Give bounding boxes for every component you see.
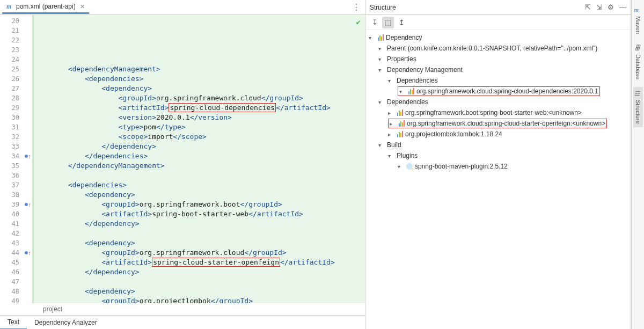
tree-label: org.springframework.cloud:spring-cloud-s…: [406, 120, 605, 127]
autoscroll-source-icon[interactable]: ↧: [369, 17, 380, 28]
rail-database[interactable]: 🗄Database: [633, 41, 643, 83]
chevron-down-icon[interactable]: ▾: [378, 142, 386, 148]
tree-label: Properties: [386, 55, 416, 63]
chevron-down-icon[interactable]: ▾: [378, 99, 386, 105]
collapse-all-icon[interactable]: ⇲: [596, 3, 602, 11]
tree-item-dep-mgmt[interactable]: ▾ Dependency Management: [365, 64, 631, 75]
chevron-down-icon[interactable]: ▾: [378, 67, 386, 73]
editor-body: 2021222324252627282930313233343536373839…: [0, 15, 365, 303]
close-icon[interactable]: ✕: [80, 3, 85, 10]
chevron-down-icon[interactable]: ▾: [388, 153, 396, 159]
breadcrumb-bar[interactable]: project: [0, 303, 365, 315]
tree-item-dep-web[interactable]: ▸ org.springframework.boot:spring-boot-s…: [365, 107, 631, 118]
tree-label: org.springframework.cloud:spring-cloud-d…: [415, 87, 598, 95]
autoscroll-from-source-icon[interactable]: ⬚: [382, 17, 394, 28]
tree-item-dep-mgmt-deps[interactable]: ▾ Dependencies: [365, 75, 631, 86]
more-tabs-icon[interactable]: ⋮: [352, 2, 361, 12]
bars-icon: [407, 88, 415, 94]
tree-item-dep-lombok[interactable]: ▸ org.projectlombok:lombok:1.18.24: [365, 129, 631, 140]
rail-structure[interactable]: ☲Structure: [633, 87, 643, 127]
gutter-change-marks: ↑↑↑: [24, 15, 32, 303]
chevron-down-icon[interactable]: ▾: [369, 35, 376, 41]
tab-label: pom.xml (parent-api): [16, 3, 76, 10]
bars-icon: [396, 131, 404, 137]
tree-label: Parent (com.knife:com.knife:0.0.1-SNAPSH…: [386, 45, 597, 52]
tree-label: Build: [386, 141, 401, 149]
structure-header-icons: ⇱ ⇲ ⚙ —: [585, 3, 626, 11]
code-area[interactable]: ✔ <dependencyManagement> <dependencies> …: [32, 15, 365, 303]
sort-icon[interactable]: ↥: [396, 17, 407, 28]
tree-item-parent[interactable]: ▾ Parent (com.knife:com.knife:0.0.1-SNAP…: [365, 43, 631, 54]
tree-item-dep-openfeign[interactable]: ▸ org.springframework.cloud:spring-cloud…: [365, 118, 631, 129]
tree-label: Dependencies: [386, 98, 428, 106]
chevron-down-icon[interactable]: ▾: [399, 89, 407, 94]
settings-icon[interactable]: ⚙: [608, 3, 614, 11]
tree-item-plugins[interactable]: ▾ Plugins: [365, 150, 631, 161]
tab-dependency-analyzer[interactable]: Dependency Analyzer: [27, 316, 105, 329]
bars-icon: [397, 120, 406, 127]
editor-bottom-tabs: Text Dependency Analyzer: [0, 315, 365, 329]
tab-text[interactable]: Text: [0, 316, 27, 330]
plugin-icon: [405, 163, 414, 170]
editor-pane: m pom.xml (parent-api) ✕ ⋮ 2021222324252…: [0, 0, 365, 329]
tree-item-dependencies[interactable]: ▾ Dependencies: [365, 97, 631, 107]
structure-title: Structure: [370, 4, 396, 11]
chevron-right-icon[interactable]: ▸: [390, 121, 397, 127]
tree-label: Dependency: [385, 34, 422, 41]
editor-tab-bar: m pom.xml (parent-api) ✕ ⋮: [0, 0, 365, 15]
maven-file-icon: m: [6, 3, 14, 10]
chevron-down-icon[interactable]: ▾: [398, 164, 405, 170]
inspection-ok-icon[interactable]: ✔: [356, 17, 361, 27]
tree-label: Plugins: [396, 152, 418, 159]
tree-item-build[interactable]: ▾ Build: [365, 140, 631, 150]
tree-label: Dependency Management: [386, 66, 463, 74]
line-number-gutter: 2021222324252627282930313233343536373839…: [0, 15, 24, 303]
tree-label: spring-boot-maven-plugin:2.5.12: [414, 163, 508, 170]
tree-item-spring-cloud-deps[interactable]: ▾ org.springframework.cloud:spring-cloud…: [365, 86, 631, 97]
minimize-icon[interactable]: —: [619, 3, 626, 11]
bars-icon: [396, 109, 404, 116]
tree-item-properties[interactable]: ▾ Properties: [365, 54, 631, 64]
structure-tree[interactable]: ▾ Dependency ▾ Parent (com.knife:com.kni…: [365, 30, 631, 329]
chevron-right-icon[interactable]: ▸: [388, 131, 396, 137]
expand-all-icon[interactable]: ⇱: [585, 3, 591, 11]
rail-maven[interactable]: mMaven: [633, 3, 643, 37]
tree-item-plugin-spring-boot[interactable]: ▾ spring-boot-maven-plugin:2.5.12: [365, 161, 631, 172]
tree-label: org.projectlombok:lombok:1.18.24: [404, 130, 502, 138]
structure-header: Structure ⇱ ⇲ ⚙ —: [365, 0, 631, 15]
chevron-down-icon[interactable]: ▾: [378, 56, 386, 62]
editor-tab-pom[interactable]: m pom.xml (parent-api) ✕: [2, 1, 89, 14]
tree-label: Dependencies: [396, 77, 438, 84]
chevron-down-icon[interactable]: ▾: [378, 46, 386, 52]
right-tool-rail: mMaven 🗄Database ☲Structure: [631, 0, 644, 329]
tree-label: org.springframework.boot:spring-boot-sta…: [404, 109, 582, 116]
structure-panel: Structure ⇱ ⇲ ⚙ — ↧ ⬚ ↥ ▾ Dependency ▾ P…: [365, 0, 631, 329]
bars-icon: [376, 34, 385, 41]
fold-strip: [32, 15, 35, 303]
chevron-down-icon[interactable]: ▾: [388, 78, 396, 84]
tree-root-dependency[interactable]: ▾ Dependency: [365, 32, 631, 43]
structure-toolbar: ↧ ⬚ ↥: [365, 15, 631, 30]
chevron-right-icon[interactable]: ▸: [388, 110, 396, 116]
